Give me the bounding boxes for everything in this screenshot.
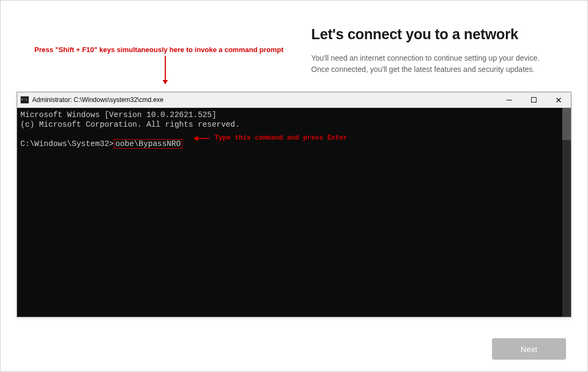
minimize-icon xyxy=(506,100,512,100)
minimize-button[interactable] xyxy=(497,92,521,107)
arrow-down-icon xyxy=(165,56,166,84)
maximize-icon xyxy=(531,97,536,103)
annotation-shortcut: Press "Shift + F10" keys simultaneously … xyxy=(34,46,283,54)
next-button[interactable]: Next xyxy=(492,338,566,360)
cmd-output-line2: (c) Microsoft Corporation. All rights re… xyxy=(20,120,568,129)
close-button[interactable]: ✕ xyxy=(546,92,571,107)
oobe-header: Let's connect you to a network You'll ne… xyxy=(311,26,558,75)
cmd-output-line1: Microsoft Windows [Version 10.0.22621.52… xyxy=(20,110,568,120)
annotation-command: Type this command and press Enter xyxy=(194,134,348,143)
page-title: Let's connect you to a network xyxy=(311,26,558,43)
annotation-command-text: Type this command and press Enter xyxy=(215,134,348,143)
scrollbar-vertical[interactable] xyxy=(562,108,571,317)
cmd-icon xyxy=(20,96,29,104)
scrollbar-thumb[interactable] xyxy=(562,108,571,140)
cmd-body[interactable]: Microsoft Windows [Version 10.0.22621.52… xyxy=(17,108,571,317)
arrow-left-icon xyxy=(194,138,209,139)
maximize-button[interactable] xyxy=(521,92,546,107)
cmd-typed-command: oobe\BypassNRO xyxy=(114,139,182,149)
cmd-prompt: C:\Windows\System32> xyxy=(20,140,114,148)
command-prompt-window: Administrator: C:\Windows\system32\cmd.e… xyxy=(17,92,571,317)
window-controls: ✕ xyxy=(497,92,571,107)
page-subtitle: You'll need an internet connection to co… xyxy=(311,53,558,75)
cmd-title-area: Administrator: C:\Windows\system32\cmd.e… xyxy=(17,96,164,104)
close-icon: ✕ xyxy=(555,96,562,104)
cmd-titlebar[interactable]: Administrator: C:\Windows\system32\cmd.e… xyxy=(17,92,571,108)
next-button-label: Next xyxy=(521,345,538,354)
cmd-window-title: Administrator: C:\Windows\system32\cmd.e… xyxy=(32,96,164,104)
